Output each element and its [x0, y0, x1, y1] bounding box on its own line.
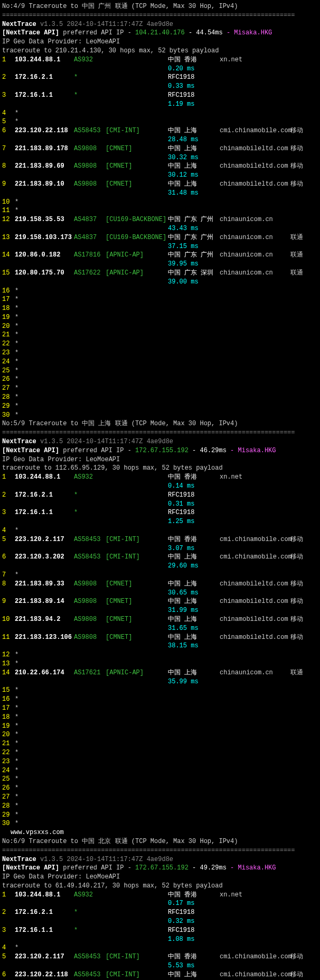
hop-row: 19* [2, 722, 320, 731]
api-ms: - 44.54ms [189, 29, 223, 36]
hop-asn: AS58453 [74, 126, 106, 135]
hop-row: 5* [2, 117, 320, 126]
hop-number: 14 [2, 668, 15, 677]
hop-hostname: cmi.chinamobile.com [220, 535, 290, 544]
hop-row: 14120.86.0.182AS17816[APNIC-AP]中国 广东 广州c… [2, 251, 320, 260]
divider: ========================================… [2, 846, 320, 855]
hop-asn: AS17622 [74, 269, 106, 278]
hop-row: 11221.183.123.106AS9808[CMNET]中国 上海china… [2, 633, 320, 642]
hop-timeout: * [15, 802, 18, 810]
hop-asn: AS58453 [74, 970, 106, 979]
hop-geo: 中国 上海 [168, 970, 220, 979]
hop-asn: AS9808 [74, 180, 106, 189]
hop-ip: 221.183.89.14 [15, 597, 74, 606]
hop-row: 9221.183.89.14AS9808[CMNET]中国 上海chinamob… [2, 597, 320, 606]
hop-row: 17* [2, 704, 320, 713]
hop-timeout: * [15, 704, 18, 712]
hop-number: 10 [2, 615, 15, 624]
hop-hostname: chinamobileltd.com [220, 180, 290, 189]
hop-number: 28 [2, 802, 15, 811]
hop-asn: AS58453 [74, 535, 106, 544]
watermark: www.vpsxxs.com [11, 828, 320, 837]
hop-ip: 223.120.3.202 [15, 553, 74, 562]
hop-latency: 0.31 ms [168, 500, 194, 509]
hop-ip: 223.120.22.118 [15, 126, 74, 135]
hop-latency: 0.32 ms [168, 917, 194, 926]
hop-row: 20* [2, 322, 320, 331]
api-label: [NextTrace API] [2, 864, 59, 872]
nexttrace-line: NextTrace v1.3.5 2024-10-14T11:17:47Z 4a… [2, 437, 320, 446]
hop-timeout: * [15, 118, 18, 125]
hop-timeout: * [15, 375, 18, 383]
hop-network: [CMNET] [106, 580, 168, 589]
hop-ip: 172.16.2.1 [15, 73, 74, 82]
hop-number: 22 [2, 340, 15, 349]
hop-asn: AS58453 [74, 553, 106, 562]
hop-hostname: chinaunicom.cn [220, 251, 290, 260]
hop-number: 1 [2, 56, 15, 65]
hop-row: 2172.16.2.1*RFC1918 [2, 491, 320, 500]
hop-timeout: * [15, 944, 18, 951]
hop-number: 29 [2, 811, 15, 820]
hop-isp: 移动 [290, 580, 303, 589]
section-header: No:4/9 Traceroute to 中国 广州 联通 (TCP Mode,… [2, 2, 320, 11]
api-ms: - 46.29ms [192, 447, 227, 454]
hop-timeout: * [15, 775, 18, 783]
hop-number: 4 [2, 944, 15, 952]
hop-asn: * [74, 491, 106, 500]
hop-number: 9 [2, 597, 15, 606]
hop-latency: 0.33 ms [168, 82, 194, 91]
hop-network: [CMI-INT] [106, 970, 168, 979]
hop-isp: 移动 [290, 144, 303, 153]
hop-row: 11* [2, 206, 320, 215]
hop-latency-row: 1.08 ms [2, 935, 320, 944]
hop-number: 2 [2, 491, 15, 500]
hop-geo: 中国 广东 广州 [168, 215, 220, 224]
hop-ip: 103.244.88.1 [15, 891, 74, 900]
hop-row: 10* [2, 198, 320, 207]
hop-latency: 43.43 ms [168, 224, 199, 233]
traceroute-info: traceroute to 210.21.4.130, 30 hops max,… [2, 47, 320, 56]
hop-network: [CMI-INT] [106, 553, 168, 562]
hop-row: 5223.120.2.117AS58453[CMI-INT]中国 香港cmi.c… [2, 952, 320, 961]
hop-geo: 中国 广东 广州 [168, 251, 220, 260]
hop-network: [CMI-INT] [106, 535, 168, 544]
hop-geo: 中国 广东 深圳 [168, 269, 220, 278]
hop-geo: 中国 香港 [168, 952, 220, 961]
api-ip: 104.21.40.176 [135, 29, 185, 36]
hop-timeout: * [15, 740, 18, 747]
hop-ip: 120.86.0.182 [15, 251, 74, 260]
hop-row: 18* [2, 304, 320, 313]
hop-timeout: * [15, 207, 18, 214]
hop-row: 27* [2, 384, 320, 393]
hop-latency: 29.60 ms [168, 562, 199, 571]
hop-timeout: * [15, 331, 18, 338]
hop-ip: 219.158.35.53 [15, 215, 74, 224]
hop-latency: 5.53 ms [168, 961, 194, 970]
hop-number: 27 [2, 384, 15, 393]
hop-number: 27 [2, 793, 15, 802]
hop-number: 7 [2, 144, 15, 153]
divider: ========================================… [2, 428, 320, 437]
hop-row: 5223.120.2.117AS58453[CMI-INT]中国 香港cmi.c… [2, 535, 320, 544]
hop-network: [CU169-BACKBONE] [106, 233, 168, 242]
hop-number: 20 [2, 730, 15, 739]
hop-asn: AS932 [74, 473, 106, 482]
hop-latency-row: 35.99 ms [2, 677, 320, 686]
hop-asn: AS9808 [74, 144, 106, 153]
hop-network: [CU169-BACKBONE] [106, 215, 168, 224]
hop-number: 24 [2, 358, 15, 367]
hop-row: 4* [2, 526, 320, 535]
hop-number: 13 [2, 660, 15, 668]
hop-number: 7 [2, 571, 15, 580]
version-text: v1.3.5 2024-10-14T11:17:47Z 4ae9d8e [40, 438, 173, 445]
hop-rfc: RFC1918 [168, 91, 194, 100]
hop-row: 22* [2, 340, 320, 349]
hop-row: 9221.183.89.10AS9808[CMNET]中国 上海chinamob… [2, 180, 320, 189]
hop-isp: 联通 [290, 668, 303, 677]
hop-latency-row: 0.31 ms [2, 500, 320, 509]
hop-latency-row: 3.07 ms [2, 544, 320, 553]
hop-geo: 中国 香港 [168, 891, 220, 900]
hop-hostname: chinaunicom.cn [220, 269, 290, 278]
hop-row: 6223.120.22.118AS58453[CMI-INT]中国 上海cmi.… [2, 970, 320, 979]
